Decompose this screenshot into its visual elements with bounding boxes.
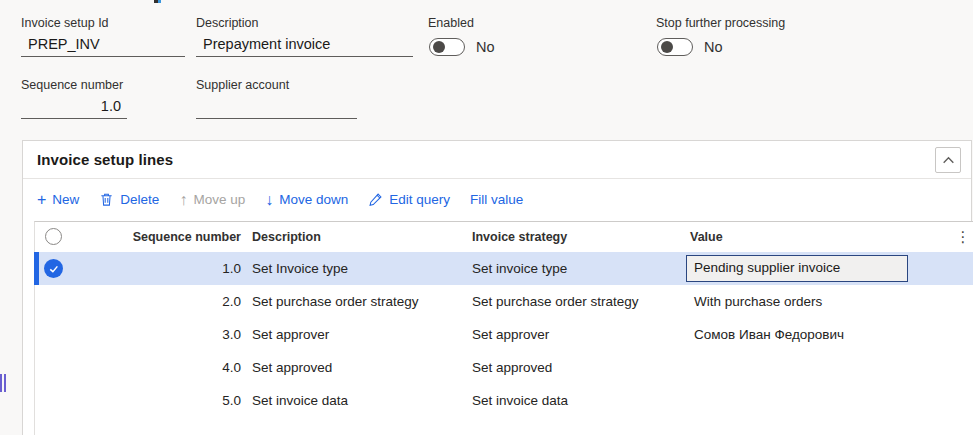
panel-header: Invoice setup lines [23, 141, 971, 179]
new-button[interactable]: + New [37, 192, 79, 208]
toggle-knob-icon [433, 41, 445, 53]
grid-toolbar: + New Delete ↑ Move up ↓ Move down Edit … [23, 179, 971, 220]
cell-sequence-number[interactable]: 5.0 [95, 384, 241, 417]
row-selected-check-icon[interactable] [44, 259, 63, 278]
toggle-knob-icon [661, 41, 673, 53]
description-field[interactable] [196, 33, 413, 57]
grid-header-row: Sequence number Description Invoice stra… [35, 222, 973, 252]
invoice-setup-lines-grid: Sequence number Description Invoice stra… [34, 221, 973, 435]
cell-sequence-number[interactable]: 1.0 [95, 252, 241, 285]
cell-invoice-strategy[interactable]: Set invoice data [472, 384, 568, 417]
pencil-icon [368, 192, 383, 207]
chevron-up-icon [941, 153, 956, 168]
collapse-section-button[interactable] [935, 147, 961, 173]
description-label: Description [196, 16, 259, 30]
edit-query-button[interactable]: Edit query [368, 192, 450, 207]
delete-button-label: Delete [120, 192, 159, 207]
supplier-account-field[interactable] [196, 95, 357, 119]
column-header-sequence-number[interactable]: Sequence number [95, 230, 241, 244]
sequence-number-label: Sequence number [21, 78, 123, 92]
new-button-label: New [52, 192, 79, 207]
cell-invoice-strategy[interactable]: Set invoice type [472, 252, 567, 285]
cell-invoice-strategy[interactable]: Set approver [472, 318, 549, 351]
invoice-setup-lines-panel: Invoice setup lines + New Delete ↑ Move … [22, 140, 972, 435]
enabled-toggle-group: No [429, 38, 495, 56]
enabled-toggle-state: No [476, 39, 495, 55]
table-row[interactable]: 2.0 Set purchase order strategy Set purc… [35, 285, 973, 318]
cell-description[interactable]: Set Invoice type [252, 252, 348, 285]
cell-description[interactable]: Set purchase order strategy [252, 285, 419, 318]
cell-description[interactable]: Set approver [252, 318, 329, 351]
enabled-toggle[interactable] [429, 38, 465, 56]
cell-value[interactable]: Сомов Иван Федорович [694, 318, 844, 351]
panel-title: Invoice setup lines [37, 151, 173, 168]
stop-further-processing-toggle-group: No [657, 38, 723, 56]
column-options-icon[interactable]: ⋮ [955, 226, 971, 247]
sequence-number-field[interactable] [21, 95, 127, 119]
stop-further-processing-toggle[interactable] [657, 38, 693, 56]
selected-row-accent [34, 252, 39, 285]
stop-further-processing-label: Stop further processing [656, 16, 785, 30]
check-icon [48, 263, 60, 275]
arrow-up-icon: ↑ [179, 192, 187, 208]
docked-panel-indicator [0, 374, 6, 392]
cell-sequence-number[interactable]: 4.0 [95, 351, 241, 384]
move-down-button-label: Move down [279, 192, 348, 207]
invoice-setup-id-label: Invoice setup Id [21, 16, 109, 30]
move-down-button[interactable]: ↓ Move down [265, 192, 348, 208]
cell-value[interactable]: With purchase orders [694, 285, 822, 318]
table-row[interactable]: 3.0 Set approver Set approver Сомов Иван… [35, 318, 973, 351]
cell-invoice-strategy[interactable]: Set approved [472, 351, 552, 384]
arrow-down-icon: ↓ [265, 192, 273, 208]
cell-sequence-number[interactable]: 3.0 [95, 318, 241, 351]
fill-value-button-label: Fill value [470, 192, 523, 207]
select-all-checkbox[interactable] [45, 228, 62, 245]
table-row[interactable]: 4.0 Set approved Set approved [35, 351, 973, 384]
move-up-button[interactable]: ↑ Move up [179, 192, 245, 208]
cell-value-editor[interactable]: Pending supplier invoice [686, 255, 908, 282]
column-header-invoice-strategy[interactable]: Invoice strategy [472, 230, 567, 244]
enabled-label: Enabled [428, 16, 474, 30]
fill-value-button[interactable]: Fill value [470, 192, 523, 207]
stop-further-processing-toggle-state: No [704, 39, 723, 55]
table-row[interactable]: 1.0 Set Invoice type Set invoice type Pe… [35, 252, 973, 285]
edit-query-button-label: Edit query [389, 192, 450, 207]
table-row[interactable]: 5.0 Set invoice data Set invoice data [35, 384, 973, 417]
trash-icon [99, 192, 114, 207]
column-header-description[interactable]: Description [252, 230, 321, 244]
delete-button[interactable]: Delete [99, 192, 159, 207]
column-header-value[interactable]: Value [690, 230, 723, 244]
plus-icon: + [37, 192, 46, 208]
cell-sequence-number[interactable]: 2.0 [95, 285, 241, 318]
invoice-setup-id-field[interactable] [21, 33, 185, 57]
cell-invoice-strategy[interactable]: Set purchase order strategy [472, 285, 639, 318]
supplier-account-label: Supplier account [196, 78, 289, 92]
move-up-button-label: Move up [193, 192, 245, 207]
cell-description[interactable]: Set approved [252, 351, 332, 384]
cell-description[interactable]: Set invoice data [252, 384, 348, 417]
cropped-title-fragment [154, 0, 161, 3]
invoice-setup-page: Invoice setup Id Description Enabled No … [0, 0, 973, 435]
